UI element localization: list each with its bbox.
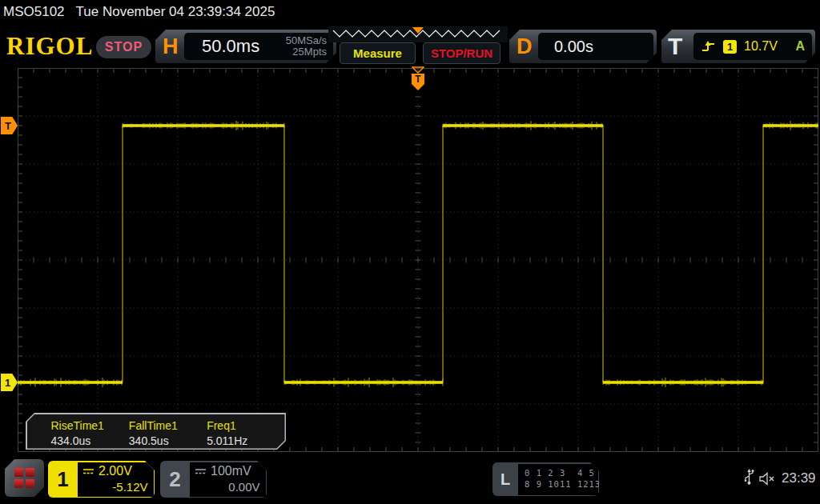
channel1-tab[interactable]: 1 2.00V -5.12V	[48, 461, 155, 498]
channel1-scale: 2.00V	[98, 464, 132, 478]
dc-coupling-icon	[82, 467, 94, 475]
timebase-value: 50.0ms	[202, 36, 259, 57]
delay-settings-tab[interactable]: D 0.00s	[509, 30, 657, 63]
digital-channels-row2: 8 9 1011 12131415	[525, 478, 598, 490]
rising-edge-icon	[701, 40, 716, 53]
dc-coupling-icon	[195, 467, 207, 475]
stop-run-button[interactable]: STOP/RUN	[423, 42, 500, 64]
waveform-overview-bar[interactable]	[328, 26, 508, 42]
graticule	[18, 68, 818, 452]
trigger-source-badge: 1	[723, 40, 737, 54]
channel2-tab[interactable]: 2 100mV 0.00V	[160, 461, 267, 498]
menu-button[interactable]	[5, 459, 44, 497]
trigger-position-arrow-icon	[412, 66, 424, 74]
measure-button[interactable]: Measure	[340, 42, 416, 64]
oscilloscope-screen: MSO5102 Tue November 04 23:39:34 2025 RI…	[0, 0, 820, 504]
trigger-label: T	[668, 33, 682, 60]
menu-grid-icon	[14, 468, 34, 488]
run-state-badge: STOP	[96, 36, 151, 58]
trigger-level-marker[interactable]: T	[1, 117, 18, 134]
measurement-falltime: FallTime1 340.5us	[129, 419, 207, 449]
horizontal-settings-tab[interactable]: H 50.0ms 50MSa/s 25Mpts	[155, 30, 336, 63]
sample-rate: 50MSa/s	[286, 35, 327, 46]
datetime: Tue November 04 23:39:34 2025	[76, 4, 275, 20]
memory-depth: 25Mpts	[286, 46, 327, 58]
measurement-freq: Freq1 5.011Hz	[207, 419, 284, 449]
delay-label: D	[517, 34, 533, 59]
trigger-sweep-mode: A	[795, 39, 805, 54]
logic-label: L	[492, 462, 518, 496]
rigol-logo: RIGOL	[6, 32, 93, 61]
channel1-position-marker[interactable]: 1	[1, 374, 18, 391]
trigger-settings-tab[interactable]: T 1 10.7V A	[661, 30, 815, 63]
model-name: MSO5102	[3, 4, 65, 20]
channel1-offset: -5.12V	[82, 480, 148, 494]
horizontal-label: H	[163, 34, 179, 59]
channel2-number: 2	[160, 461, 190, 498]
speaker-muted-icon[interactable]	[759, 472, 778, 486]
measurement-risetime: RiseTime1 434.0us	[51, 419, 129, 449]
measurement-panel[interactable]: RiseTime1 434.0us FallTime1 340.5us Freq…	[26, 413, 286, 450]
overview-zigzag-icon	[328, 26, 508, 42]
channel2-offset: 0.00V	[195, 480, 260, 494]
digital-channels-row1: 0 1 2 3 4 5 6 7	[525, 467, 598, 478]
clock: 23:39	[782, 470, 816, 486]
logic-analyzer-tab[interactable]: L 0 1 2 3 4 5 6 7 8 9 1011 12131415	[492, 462, 599, 496]
ch1-waveform	[18, 68, 818, 452]
channel2-scale: 100mV	[211, 464, 251, 478]
usb-icon	[742, 469, 756, 486]
titlebar: MSO5102 Tue November 04 23:39:34 2025	[0, 0, 820, 24]
delay-value: 0.00s	[554, 38, 593, 56]
trigger-level-value: 10.7V	[744, 39, 778, 54]
channel1-number: 1	[48, 461, 78, 498]
